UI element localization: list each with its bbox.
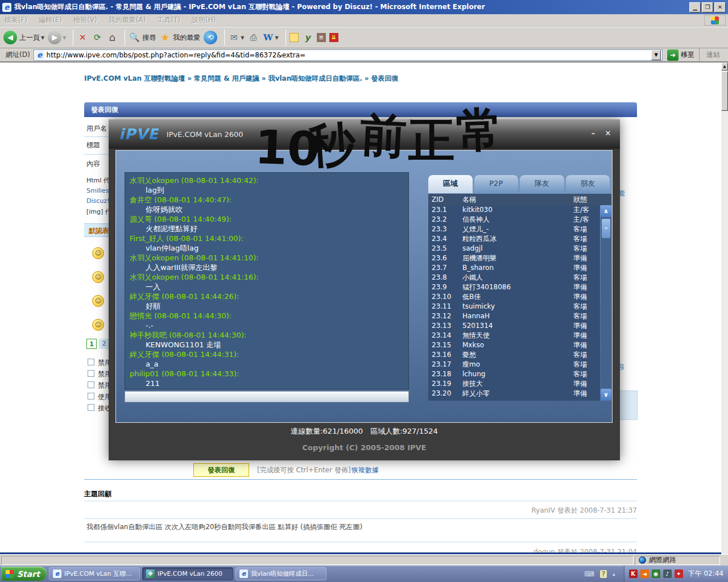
menu-item[interactable]: 說明(H) bbox=[192, 15, 216, 25]
vlan-close-button[interactable]: ✕ bbox=[603, 128, 613, 139]
breadcrumb-link[interactable]: 常見問題 & 用戶建議 bbox=[194, 74, 259, 82]
option-checkbox[interactable] bbox=[88, 370, 94, 377]
user-row[interactable]: 23.14無情天使準備 bbox=[428, 331, 600, 340]
code-status-line[interactable]: Discuz! bbox=[86, 197, 109, 205]
menu-item[interactable]: 工具(T) bbox=[157, 15, 180, 25]
tab-1[interactable]: P2P bbox=[474, 175, 519, 193]
notes-button[interactable] bbox=[289, 33, 299, 42]
close-button[interactable]: ✕ bbox=[714, 2, 726, 13]
option-checkbox[interactable] bbox=[88, 393, 94, 400]
edit-caret-icon[interactable]: ▼ bbox=[275, 35, 278, 40]
tray-k-icon[interactable]: K bbox=[629, 569, 638, 578]
links-label[interactable]: 連結 bbox=[699, 48, 726, 61]
forward-button[interactable]: ▶ ▼ bbox=[48, 31, 66, 44]
ime-icon[interactable]: ? bbox=[600, 570, 607, 578]
submit-reply-button[interactable]: 發表回復 bbox=[193, 463, 249, 477]
option-checkbox[interactable] bbox=[88, 404, 94, 411]
maximize-button[interactable]: ❐ bbox=[702, 2, 713, 13]
user-row[interactable]: 23.10低B佳準備 bbox=[428, 292, 600, 302]
restore-data-link[interactable]: 恢複數據 bbox=[351, 465, 379, 475]
scrollbar-thumb[interactable] bbox=[721, 71, 728, 111]
user-list[interactable]: 23.1kitkit030主/客23.2信長神人主/客23.3乂煙儿_-客場23… bbox=[428, 205, 600, 401]
history-button[interactable]: ⟲ bbox=[204, 31, 217, 44]
edit-button[interactable]: W▼ bbox=[262, 32, 278, 43]
toolbar-expand-icon[interactable]: ▴ bbox=[613, 571, 615, 577]
menu-item[interactable]: 檢視(V) bbox=[73, 15, 97, 25]
list-scrollbar-thumb[interactable]: ≡ bbox=[602, 219, 610, 238]
user-row[interactable]: 23.15Mxkso準備 bbox=[428, 340, 600, 350]
messenger-button[interactable]: y bbox=[302, 32, 313, 43]
user-row[interactable]: 23.20絆乂小零準備 bbox=[428, 389, 600, 398]
menu-item[interactable]: 編輯(E) bbox=[39, 15, 62, 25]
refresh-button[interactable]: ⟳ bbox=[92, 32, 103, 43]
user-row[interactable]: 23.4粒粒西瓜冰客場 bbox=[428, 234, 600, 244]
user-row[interactable]: 23.12HannaH客場 bbox=[428, 311, 600, 321]
menu-item[interactable]: 檔案(F) bbox=[5, 15, 27, 25]
tab-2[interactable]: 隊友 bbox=[520, 175, 564, 193]
taskbar-task[interactable]: e我vlan唔知做咩成日... bbox=[235, 567, 326, 580]
vlan-minimize-button[interactable]: – bbox=[588, 128, 598, 139]
user-row[interactable]: 23.135201314準備 bbox=[428, 321, 600, 331]
tab-3[interactable]: 朋友 bbox=[566, 175, 610, 193]
browser-scrollbar[interactable]: ▲ ▼ bbox=[721, 63, 728, 566]
tab-zone-active[interactable]: 區域 bbox=[428, 175, 473, 193]
smiley-icon[interactable]: ☺ bbox=[92, 295, 104, 307]
language-band[interactable]: ⌨ ? ▴ bbox=[581, 570, 618, 578]
download-manager-button[interactable]: ⇊ bbox=[329, 33, 338, 42]
address-dropdown-button[interactable]: ▼ bbox=[651, 50, 661, 60]
pagination-page-2[interactable]: 2 bbox=[99, 339, 109, 349]
list-scroll-up-icon[interactable]: ∧ bbox=[601, 205, 611, 217]
user-row[interactable]: 23.5sadgjl客場 bbox=[428, 244, 600, 253]
user-row[interactable]: 23.7B_sharon準備 bbox=[428, 263, 600, 273]
user-zid: 23.3 bbox=[432, 225, 447, 234]
smiley-icon[interactable]: ☺ bbox=[92, 319, 104, 331]
print-button[interactable]: ⎙ bbox=[247, 32, 259, 43]
user-row[interactable]: 23.2信長神人主/客 bbox=[428, 215, 600, 225]
tray-volume-icon[interactable]: ◄ bbox=[640, 569, 649, 578]
taskbar-task[interactable]: ❖IPvE.COM vLan 2600 bbox=[142, 567, 233, 580]
list-scroll-down-icon[interactable]: ∨ bbox=[601, 389, 611, 401]
start-button[interactable]: Start bbox=[1, 567, 47, 581]
back-caret-icon[interactable]: ▼ bbox=[41, 35, 44, 40]
taskbar-task[interactable]: eIPvE.COM vLan 互聯... bbox=[49, 567, 140, 580]
code-status-line[interactable]: Smilies bbox=[86, 187, 109, 194]
user-row[interactable]: 23.11tsuimicky客場 bbox=[428, 302, 600, 311]
tray-antivirus-icon[interactable]: ✦ bbox=[675, 569, 683, 578]
back-button[interactable]: ◀ 上一頁 ▼ bbox=[3, 31, 44, 44]
home-button[interactable]: ⌂ bbox=[106, 32, 118, 43]
user-row[interactable]: 23.17瘦mo客場 bbox=[428, 360, 600, 369]
user-list-scrollbar[interactable]: ∧ ≡ ∨ bbox=[601, 205, 611, 401]
smiley-icon[interactable]: ☺ bbox=[92, 271, 104, 283]
mail-caret-icon[interactable]: ▼ bbox=[241, 35, 244, 40]
chat-message-input[interactable] bbox=[125, 391, 409, 402]
address-input[interactable]: e http://www.ipve.com/bbs/post.php?actio… bbox=[34, 49, 663, 61]
chat-log[interactable]: 水羽乂okopen (08-08-01 14:40:42):lag到倉井空 (0… bbox=[125, 172, 409, 389]
option-checkbox[interactable] bbox=[88, 359, 94, 365]
user-row[interactable]: 23.3乂煙儿_-客場 bbox=[428, 225, 600, 234]
scroll-up-icon[interactable]: ▲ bbox=[721, 63, 728, 70]
user-row[interactable]: 23.16憂愁客場 bbox=[428, 350, 600, 360]
search-button[interactable]: 🔍 搜尋 bbox=[129, 32, 156, 43]
stop-button[interactable]: ✕ bbox=[77, 32, 88, 43]
user-row[interactable]: 23.6屈機潘明樂準備 bbox=[428, 253, 600, 263]
breadcrumb-link[interactable]: IPvE.COM vLan 互聯對戰論壇 bbox=[84, 74, 185, 82]
smiley-icon[interactable]: ☺ bbox=[92, 247, 104, 259]
pagination-page-1[interactable]: 1 bbox=[86, 339, 97, 349]
user-row[interactable]: 23.1kitkit030主/客 bbox=[428, 205, 600, 215]
mail-button[interactable]: ✉▼ bbox=[228, 32, 244, 43]
minimize-button[interactable]: ▁ bbox=[689, 2, 701, 13]
breadcrumb-link[interactable]: 我vlan唔知做咩成日自動彈區. bbox=[268, 74, 362, 82]
keyboard-icon[interactable]: ⌨ bbox=[584, 570, 594, 578]
user-row[interactable]: 23.19接技大準備 bbox=[428, 379, 600, 389]
option-checkbox[interactable] bbox=[88, 381, 94, 388]
tray-nvidia-icon[interactable]: ◉ bbox=[652, 569, 660, 578]
user-zid: 23.4 bbox=[432, 234, 447, 244]
go-button[interactable]: ➜ 移至 bbox=[667, 49, 694, 61]
tray-audio-icon[interactable]: ♪ bbox=[663, 569, 672, 578]
user-row[interactable]: 23.8小鐵人客場 bbox=[428, 273, 600, 282]
user-row[interactable]: 23.18lchung客場 bbox=[428, 369, 600, 379]
favorites-button[interactable]: ★ 我的最愛 bbox=[159, 32, 200, 43]
research-button[interactable]: ≣ bbox=[317, 33, 326, 42]
user-row[interactable]: 23.9猛打34018086準備 bbox=[428, 282, 600, 292]
menu-item[interactable]: 我的最愛(A) bbox=[109, 15, 146, 25]
